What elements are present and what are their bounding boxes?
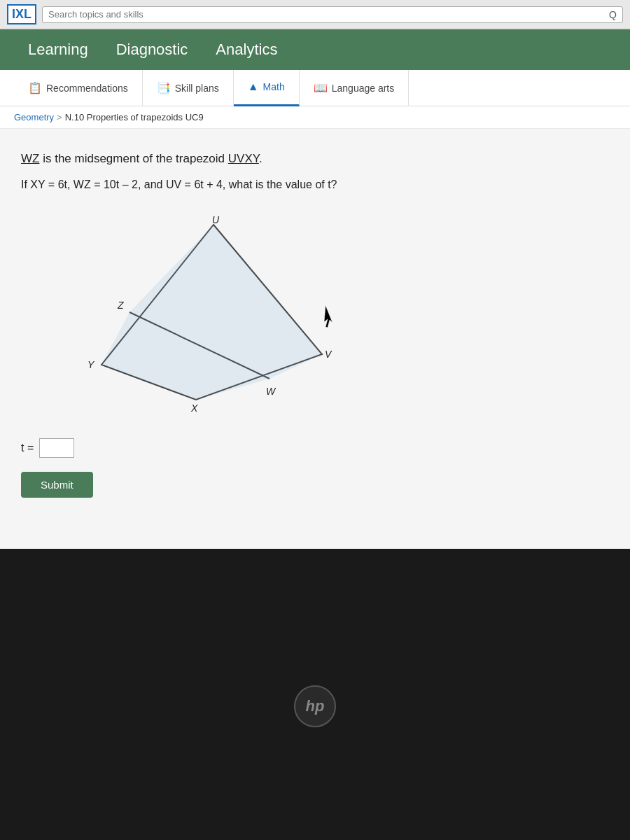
answer-input[interactable] xyxy=(39,438,74,458)
hp-logo: hp xyxy=(294,685,336,727)
search-input[interactable] xyxy=(48,9,609,20)
tab-skill-plans-label: Skill plans xyxy=(175,83,219,94)
ixl-logo: IXL xyxy=(7,4,36,24)
breadcrumb-parent[interactable]: Geometry xyxy=(14,112,54,122)
nav-learning[interactable]: Learning xyxy=(14,29,102,70)
svg-text:U: U xyxy=(212,214,220,225)
svg-marker-10 xyxy=(324,305,332,328)
tab-recommendations-label: Recommendations xyxy=(46,83,128,94)
tab-math-label: Math xyxy=(263,81,285,92)
nav-bar: Learning Diagnostic Analytics xyxy=(0,29,630,70)
answer-label: t = xyxy=(21,442,34,454)
tab-language-arts[interactable]: 📖 Language arts xyxy=(300,70,410,106)
diagram-area: U V W X Y Z xyxy=(63,214,357,424)
breadcrumb-separator: > xyxy=(57,112,62,122)
tab-skill-plans[interactable]: 📑 Skill plans xyxy=(143,70,234,106)
search-icon: Q xyxy=(609,9,617,20)
question-line1-rest: is the midsegment of the trapezoid UVXY. xyxy=(43,152,262,165)
address-bar: IXL Q xyxy=(0,0,630,29)
tab-recommendations[interactable]: 📋 Recommendations xyxy=(14,70,143,106)
svg-text:W: W xyxy=(266,386,276,397)
recommendations-icon: 📋 xyxy=(28,81,42,94)
breadcrumb-current: N.10 Properties of trapezoids UC9 xyxy=(65,112,204,122)
question-line2: If XY = 6t, WZ = 10t – 2, and UV = 6t + … xyxy=(21,176,609,193)
browser-chrome: IXL Q xyxy=(0,0,630,29)
skill-plans-icon: 📑 xyxy=(157,81,171,94)
tab-math[interactable]: ▲ Math xyxy=(234,70,300,106)
question-line1: WZ is the midsegment of the trapezoid UV… xyxy=(21,150,609,168)
tab-language-arts-label: Language arts xyxy=(332,83,395,94)
question-area: WZ is the midsegment of the trapezoid UV… xyxy=(0,129,630,549)
svg-text:V: V xyxy=(325,349,332,360)
language-arts-icon: 📖 xyxy=(314,81,328,94)
submit-button[interactable]: Submit xyxy=(21,472,93,498)
wz-underline: WZ xyxy=(21,152,39,165)
nav-diagnostic[interactable]: Diagnostic xyxy=(102,29,202,70)
breadcrumb: Geometry > N.10 Properties of trapezoids… xyxy=(0,106,630,129)
bezel-area: hp xyxy=(0,549,630,840)
answer-area: t = xyxy=(21,438,609,458)
tab-bar: 📋 Recommendations 📑 Skill plans ▲ Math 📖… xyxy=(0,70,630,106)
svg-text:Z: Z xyxy=(117,300,124,311)
math-icon: ▲ xyxy=(248,80,259,93)
nav-analytics[interactable]: Analytics xyxy=(202,29,291,70)
search-bar-container: Q xyxy=(42,6,623,23)
svg-text:Y: Y xyxy=(88,359,95,370)
svg-text:X: X xyxy=(190,402,198,414)
trapezoid-svg: U V W X Y Z xyxy=(63,214,357,431)
